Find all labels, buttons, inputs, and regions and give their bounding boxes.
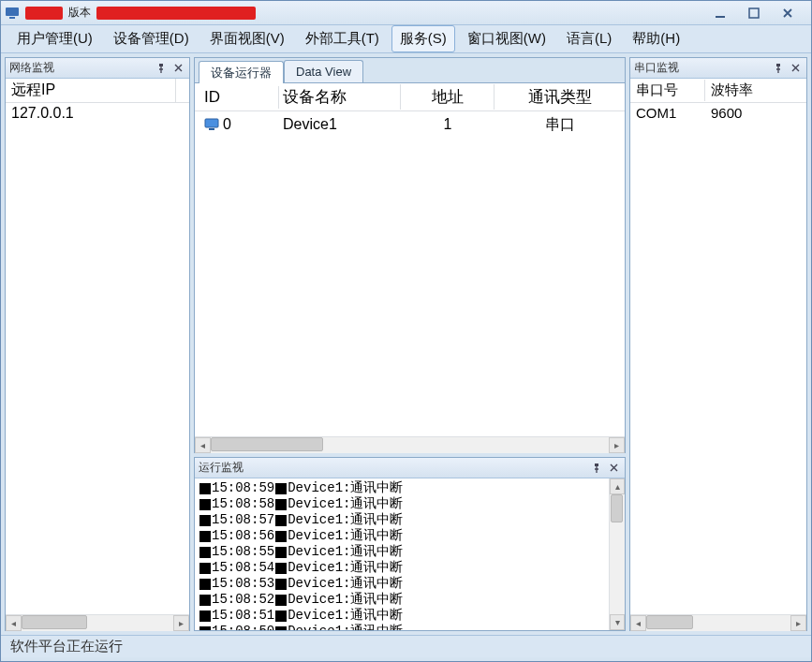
- serial-baud: 9600: [705, 105, 806, 121]
- col-remote-ip[interactable]: 远程IP: [6, 79, 176, 102]
- network-row[interactable]: 127.0.0.1: [6, 103, 189, 124]
- device-addr: 1: [401, 114, 495, 135]
- device-hscroll[interactable]: ◂ ▸: [195, 436, 625, 452]
- network-row-ip: 127.0.0.1: [11, 105, 74, 121]
- app-icon: [5, 6, 20, 21]
- close-button[interactable]: [777, 6, 798, 21]
- menu-service[interactable]: 服务(S): [391, 25, 455, 52]
- log-line: 15:08:59Device1:通讯中断: [199, 480, 605, 496]
- window-controls: [710, 6, 807, 21]
- close-icon[interactable]: [606, 461, 621, 476]
- serial-row[interactable]: COM1 9600: [630, 103, 806, 123]
- title-fragment: 版本: [68, 5, 91, 21]
- log-line: 15:08:52Device1:通讯中断: [199, 592, 605, 608]
- close-icon[interactable]: [788, 61, 803, 76]
- device-tabstrip: 设备运行器 Data View: [195, 58, 625, 82]
- device-table-header: ID 设备名称 地址 通讯类型: [195, 83, 625, 111]
- device-panel: 设备运行器 Data View ID 设备名称 地址 通讯类型: [194, 57, 626, 453]
- col-extra[interactable]: [176, 89, 189, 93]
- menu-user-mgmt[interactable]: 用户管理(U): [8, 25, 101, 52]
- tab-data-view[interactable]: Data View: [284, 60, 363, 82]
- network-hscroll[interactable]: ◂ ▸: [6, 614, 189, 630]
- serial-table-body: COM1 9600: [630, 103, 806, 614]
- scroll-left-icon[interactable]: ◂: [6, 615, 22, 631]
- menu-language[interactable]: 语言(L): [558, 25, 620, 52]
- col-type[interactable]: 通讯类型: [495, 84, 625, 110]
- svg-rect-2: [716, 16, 725, 18]
- serial-panel-header: 串口监视: [630, 58, 806, 79]
- svg-rect-3: [749, 8, 759, 18]
- serial-panel: 串口监视 串口号 波特率 COM1 9600 ◂ ▸: [629, 57, 807, 631]
- redacted-title-right: [96, 7, 256, 20]
- svg-rect-5: [205, 119, 218, 127]
- device-name: Device1: [279, 114, 401, 135]
- close-icon[interactable]: [170, 61, 185, 76]
- serial-port: COM1: [630, 105, 705, 121]
- pin-icon[interactable]: [154, 61, 169, 76]
- col-port[interactable]: 串口号: [630, 80, 705, 101]
- svg-rect-4: [159, 64, 163, 66]
- run-monitor-vscroll[interactable]: ▴ ▾: [609, 478, 625, 630]
- scroll-left-icon[interactable]: ◂: [195, 437, 211, 453]
- redacted-title-left: [25, 7, 63, 20]
- scroll-down-icon[interactable]: ▾: [610, 614, 625, 630]
- svg-rect-0: [6, 7, 19, 16]
- menu-view[interactable]: 界面视图(V): [201, 25, 293, 52]
- device-id: 0: [223, 116, 231, 133]
- workarea: 网络监视 远程IP 127.0.0.1 ◂ ▸ 设备运行器: [1, 53, 811, 635]
- run-monitor-panel: 运行监视 15:08:59Device1:通讯中断15:08:58Device1…: [194, 457, 626, 631]
- pin-icon[interactable]: [771, 61, 786, 76]
- scroll-up-icon[interactable]: ▴: [610, 478, 625, 494]
- titlebar: 版本: [1, 1, 811, 25]
- scroll-left-icon[interactable]: ◂: [630, 615, 646, 631]
- svg-rect-7: [595, 463, 598, 466]
- tab-device-runner[interactable]: 设备运行器: [199, 61, 284, 83]
- svg-rect-6: [209, 128, 214, 130]
- log-line: 15:08:53Device1:通讯中断: [199, 576, 605, 592]
- log-line: 15:08:55Device1:通讯中断: [199, 544, 605, 560]
- center-column: 设备运行器 Data View ID 设备名称 地址 通讯类型: [194, 57, 626, 631]
- device-tab-content: ID 设备名称 地址 通讯类型 0 Device1 1: [195, 82, 625, 452]
- run-monitor-header: 运行监视: [195, 458, 625, 478]
- network-panel-title: 网络监视: [9, 60, 152, 76]
- maximize-button[interactable]: [744, 6, 764, 21]
- device-type: 串口: [495, 113, 625, 137]
- log-line: 15:08:56Device1:通讯中断: [199, 528, 605, 544]
- serial-table-header: 串口号 波特率: [630, 79, 806, 103]
- menu-help[interactable]: 帮助(H): [624, 25, 688, 52]
- status-text: 软件平台正在运行: [10, 638, 123, 655]
- scroll-right-icon[interactable]: ▸: [173, 615, 189, 631]
- menu-device-mgmt[interactable]: 设备管理(D): [105, 25, 198, 52]
- network-panel: 网络监视 远程IP 127.0.0.1 ◂ ▸: [5, 57, 190, 631]
- col-baud[interactable]: 波特率: [705, 80, 806, 101]
- device-table-body: 0 Device1 1 串口: [195, 111, 625, 436]
- pin-icon[interactable]: [589, 461, 604, 476]
- col-id[interactable]: ID: [195, 86, 279, 109]
- col-name[interactable]: 设备名称: [279, 84, 401, 110]
- network-panel-header: 网络监视: [6, 58, 189, 79]
- svg-rect-8: [776, 64, 780, 66]
- col-addr[interactable]: 地址: [401, 84, 495, 110]
- serial-hscroll[interactable]: ◂ ▸: [630, 614, 806, 630]
- network-table-body: 127.0.0.1: [6, 103, 189, 614]
- menu-ext-tools[interactable]: 外部工具(T): [297, 25, 388, 52]
- run-monitor-title: 运行监视: [199, 460, 587, 476]
- device-row[interactable]: 0 Device1 1 串口: [195, 111, 625, 138]
- log-line: 15:08:51Device1:通讯中断: [199, 608, 605, 624]
- log-line: 15:08:50Device1:通讯中断: [199, 624, 605, 630]
- log-line: 15:08:58Device1:通讯中断: [199, 496, 605, 512]
- serial-panel-title: 串口监视: [634, 60, 769, 76]
- monitor-icon: [204, 118, 219, 131]
- run-monitor-log[interactable]: 15:08:59Device1:通讯中断15:08:58Device1:通讯中断…: [195, 478, 609, 630]
- svg-rect-1: [9, 17, 15, 19]
- log-line: 15:08:54Device1:通讯中断: [199, 560, 605, 576]
- menubar: 用户管理(U) 设备管理(D) 界面视图(V) 外部工具(T) 服务(S) 窗口…: [1, 25, 811, 53]
- minimize-button[interactable]: [710, 6, 731, 21]
- scroll-right-icon[interactable]: ▸: [790, 615, 806, 631]
- statusbar: 软件平台正在运行: [1, 635, 811, 657]
- log-line: 15:08:57Device1:通讯中断: [199, 512, 605, 528]
- network-table-header: 远程IP: [6, 79, 189, 103]
- menu-window[interactable]: 窗口视图(W): [459, 25, 554, 52]
- scroll-right-icon[interactable]: ▸: [609, 437, 625, 453]
